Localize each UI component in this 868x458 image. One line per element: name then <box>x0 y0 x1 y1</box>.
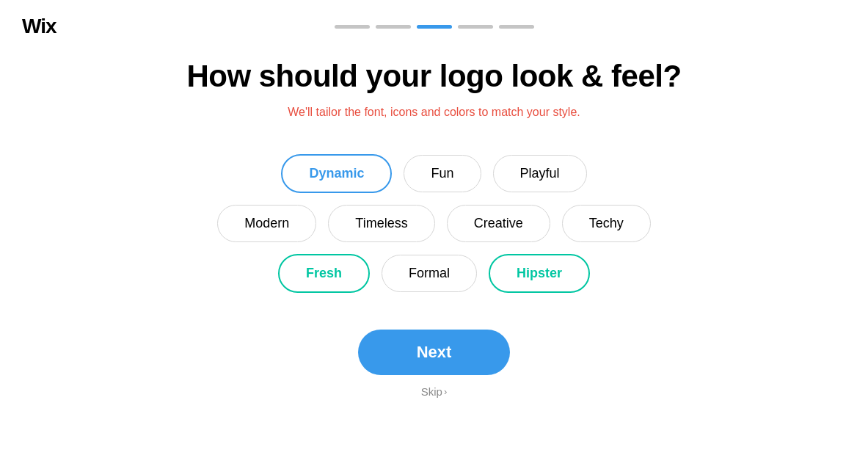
style-option-timeless[interactable]: Timeless <box>328 205 434 242</box>
style-options-container: Dynamic Fun Playful Modern Timeless Crea… <box>217 154 650 293</box>
style-option-fun[interactable]: Fun <box>404 155 481 192</box>
style-option-fresh[interactable]: Fresh <box>278 254 370 293</box>
style-option-dynamic[interactable]: Dynamic <box>281 154 392 193</box>
style-option-creative[interactable]: Creative <box>447 205 550 242</box>
style-option-modern[interactable]: Modern <box>217 205 316 242</box>
style-options-row-3: Fresh Formal Hipster <box>278 254 590 293</box>
progress-segment-1 <box>335 25 370 29</box>
progress-segment-2 <box>376 25 411 29</box>
style-option-hipster[interactable]: Hipster <box>489 254 590 293</box>
progress-segment-3 <box>417 25 452 29</box>
skip-link[interactable]: Skip › <box>421 385 448 398</box>
progress-segment-5 <box>499 25 534 29</box>
style-option-formal[interactable]: Formal <box>382 255 477 292</box>
page-title: How should your logo look & feel? <box>186 59 681 94</box>
main-content: How should your logo look & feel? We'll … <box>0 0 868 398</box>
skip-label: Skip <box>421 385 442 398</box>
style-options-row-2: Modern Timeless Creative Techy <box>217 205 650 242</box>
skip-chevron-icon: › <box>444 386 447 397</box>
style-option-playful[interactable]: Playful <box>493 155 587 192</box>
next-button[interactable]: Next <box>358 330 511 375</box>
page-subtitle: We'll tailor the font, icons and colors … <box>288 106 580 119</box>
progress-bar <box>0 25 868 29</box>
style-option-techy[interactable]: Techy <box>562 205 651 242</box>
bottom-section: Next Skip › <box>358 330 511 398</box>
style-options-row-1: Dynamic Fun Playful <box>281 154 586 193</box>
progress-segment-4 <box>458 25 493 29</box>
